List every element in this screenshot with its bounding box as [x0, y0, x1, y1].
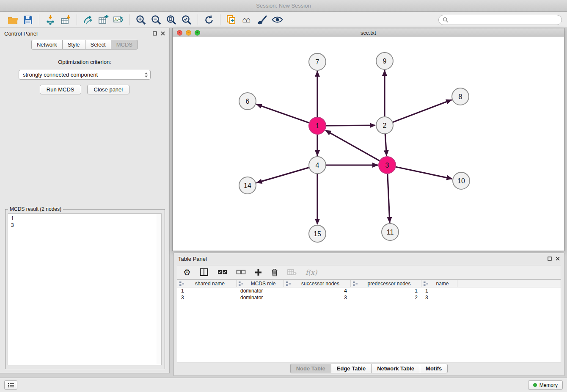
mcds-result-box: MCDS result (2 nodes) 1 3: [5, 209, 165, 369]
tab-network-table[interactable]: Network Table: [371, 364, 420, 373]
column-header-shared-name[interactable]: shared name: [177, 280, 237, 287]
float-panel-icon[interactable]: [153, 31, 157, 36]
node-7[interactable]: 7: [309, 53, 326, 70]
minimize-window-button[interactable]: −: [186, 30, 191, 36]
cell-mcds-role[interactable]: dominator: [237, 288, 284, 294]
run-mcds-button[interactable]: Run MCDS: [40, 85, 81, 94]
search-input[interactable]: [451, 17, 558, 23]
table-row[interactable]: 1 dominator 4 1 1: [177, 287, 561, 294]
table-panel-header: Table Panel: [174, 253, 564, 264]
criterion-dropdown-value: strongly connected component: [23, 72, 98, 78]
node-6[interactable]: 6: [239, 93, 256, 110]
cell-predecessor-nodes[interactable]: 1: [351, 288, 421, 294]
zoom-selected-icon[interactable]: [179, 14, 194, 26]
apply-layout-icon[interactable]: [201, 14, 217, 26]
node-8[interactable]: 8: [452, 88, 469, 105]
close-panel-button[interactable]: Close panel: [87, 85, 130, 94]
edge-4-14[interactable]: [256, 168, 309, 183]
statusbar: Memory: [0, 378, 567, 392]
column-header-name[interactable]: name: [421, 280, 457, 287]
table-settings-gear-icon[interactable]: ⚙: [183, 268, 191, 276]
zoom-window-button[interactable]: +: [195, 30, 200, 36]
cell-mcds-role[interactable]: dominator: [237, 295, 284, 301]
edge-1-6[interactable]: [256, 104, 309, 123]
tab-style[interactable]: Style: [62, 40, 85, 50]
network-window-titlebar[interactable]: scc.txt × − +: [173, 28, 564, 37]
node-label: 2: [383, 122, 387, 129]
zoom-in-icon[interactable]: [133, 14, 149, 26]
node-label: 4: [316, 162, 319, 169]
tab-edge-table[interactable]: Edge Table: [331, 364, 371, 373]
cell-shared-name[interactable]: 3: [177, 295, 237, 301]
edge-1-2[interactable]: [326, 125, 375, 126]
show-columns-icon[interactable]: [200, 268, 209, 276]
edge-2-8[interactable]: [393, 100, 452, 122]
create-column-plus-icon[interactable]: [255, 269, 262, 276]
save-session-icon[interactable]: [20, 14, 36, 26]
network-canvas[interactable]: 7968124314101511: [173, 37, 564, 251]
column-header-filler: [457, 280, 561, 287]
new-network-icon[interactable]: [80, 14, 96, 26]
copy-icon[interactable]: [224, 14, 239, 26]
memory-button[interactable]: Memory: [528, 380, 563, 390]
cell-name[interactable]: 1: [421, 288, 457, 294]
export-image-icon[interactable]: [111, 14, 126, 26]
node-label: 14: [244, 182, 251, 189]
node-label: 7: [316, 58, 319, 66]
node-4[interactable]: 4: [309, 157, 326, 174]
network-view-window: scc.txt × − + 7968124314101511: [172, 28, 564, 251]
column-header-successor-nodes[interactable]: successor nodes: [284, 280, 351, 287]
tab-node-table[interactable]: Node Table: [290, 364, 331, 373]
edge-3-11[interactable]: [388, 174, 390, 223]
float-table-panel-icon[interactable]: [548, 257, 552, 261]
new-table-icon[interactable]: [96, 14, 111, 26]
close-window-button[interactable]: ×: [177, 30, 182, 36]
mcds-result-text-area[interactable]: 1 3: [8, 213, 162, 365]
table-panel: Table Panel ⚙ f(x) shared: [173, 253, 564, 376]
node-14[interactable]: 14: [239, 177, 256, 194]
open-session-icon[interactable]: [5, 14, 20, 26]
deselect-all-columns-icon[interactable]: [236, 269, 246, 275]
memory-status-icon: [533, 383, 537, 387]
close-panel-icon[interactable]: [161, 31, 165, 36]
style-brush-icon[interactable]: [254, 14, 270, 26]
result-scrollbar[interactable]: [156, 214, 161, 365]
clear-table-icon[interactable]: [287, 269, 297, 276]
node-11[interactable]: 11: [382, 224, 399, 240]
node-10[interactable]: 10: [453, 172, 470, 189]
zoom-fit-icon[interactable]: [164, 14, 179, 26]
zoom-out-icon[interactable]: [149, 14, 164, 26]
cell-predecessor-nodes[interactable]: 2: [351, 295, 421, 301]
home-icon[interactable]: ⌂⌂: [239, 14, 254, 26]
optimization-criterion-label: Optimization criterion:: [0, 59, 169, 65]
function-builder-icon[interactable]: f(x): [306, 268, 317, 276]
node-9[interactable]: 9: [376, 52, 393, 69]
import-network-icon[interactable]: [43, 14, 58, 26]
close-table-panel-icon[interactable]: [556, 257, 560, 261]
cell-name[interactable]: 3: [421, 295, 457, 301]
node-15[interactable]: 15: [309, 225, 326, 242]
tab-select[interactable]: Select: [85, 40, 111, 50]
show-hide-panels-icon[interactable]: [270, 14, 285, 26]
delete-column-trash-icon[interactable]: [271, 268, 278, 276]
table-panel-tabs: Node Table Edge Table Network Table Moti…: [174, 364, 564, 373]
node-3[interactable]: 3: [379, 157, 396, 174]
edge-3-10[interactable]: [396, 167, 452, 179]
cell-successor-nodes[interactable]: 3: [284, 295, 351, 301]
node-1[interactable]: 1: [309, 117, 326, 134]
import-table-icon[interactable]: [58, 14, 73, 26]
column-header-mcds-role[interactable]: MCDS role: [237, 280, 284, 287]
task-history-button[interactable]: [4, 380, 17, 390]
criterion-dropdown[interactable]: strongly connected component: [19, 70, 151, 80]
tab-motifs[interactable]: Motifs: [420, 364, 448, 373]
edge-2-3[interactable]: [385, 134, 386, 156]
cell-successor-nodes[interactable]: 4: [284, 288, 351, 294]
select-all-columns-icon[interactable]: [217, 269, 227, 275]
node-2[interactable]: 2: [376, 117, 393, 134]
cell-shared-name[interactable]: 1: [177, 288, 237, 294]
table-row[interactable]: 3 dominator 3 2 3: [177, 294, 561, 301]
tab-network[interactable]: Network: [31, 40, 62, 50]
edge-3-1[interactable]: [325, 130, 380, 161]
column-header-predecessor-nodes[interactable]: predecessor nodes: [351, 280, 421, 287]
tab-mcds[interactable]: MCDS: [111, 40, 138, 50]
